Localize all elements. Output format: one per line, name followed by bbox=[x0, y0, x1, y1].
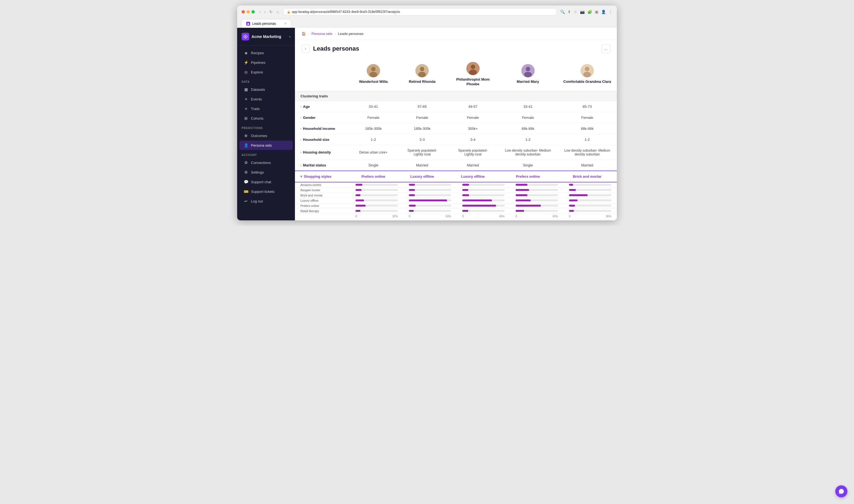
rhonda-income: 185k-300k bbox=[397, 123, 448, 134]
marital-expand-icon[interactable]: › bbox=[301, 164, 301, 167]
scale-clara: 036% bbox=[563, 214, 617, 219]
bar-mary-luxury_offline bbox=[510, 198, 563, 203]
willa-marital: Single bbox=[350, 160, 397, 171]
extensions-icon[interactable]: 🧩 bbox=[587, 10, 592, 14]
screenshot-icon[interactable]: 📷 bbox=[580, 10, 585, 14]
home-button[interactable]: ⌂ bbox=[275, 9, 280, 15]
clara-gender: Female bbox=[558, 112, 617, 123]
income-expand-icon[interactable]: › bbox=[301, 127, 301, 130]
svg-point-15 bbox=[583, 72, 591, 77]
bar-willa-prefers_online bbox=[350, 203, 403, 208]
sidebar-item-log-out[interactable]: ↩ Log out bbox=[239, 196, 293, 206]
gender-expand-icon[interactable]: › bbox=[301, 116, 301, 119]
persona-header-clara: Comfortable Grandma Clara bbox=[558, 57, 617, 91]
trait-column-header bbox=[295, 57, 350, 91]
sidebar-item-support-chat[interactable]: 💬 Support chat bbox=[239, 177, 293, 186]
log-out-icon: ↩ bbox=[244, 199, 248, 203]
household-size-row: › Household size 1-2 2-3 3-4 1-2 1-2 bbox=[295, 134, 617, 145]
bookmark-icon[interactable]: ☆ bbox=[574, 10, 577, 14]
sidebar-item-settings[interactable]: ⚙ Settings bbox=[239, 167, 293, 177]
data-section-label: DATA bbox=[237, 77, 295, 85]
traffic-light-close[interactable] bbox=[241, 10, 245, 14]
browser-tab[interactable]: Leads personas × bbox=[241, 19, 291, 28]
more-options-button[interactable]: ... bbox=[601, 44, 610, 53]
gender-row: › Gender Female Female Female Female Fem… bbox=[295, 112, 617, 123]
recipes-label: Recipes bbox=[251, 51, 264, 55]
persona-sets-breadcrumb[interactable]: Persona sets bbox=[311, 32, 332, 36]
bar-row-retail_therapy: Retail therapy bbox=[295, 208, 617, 214]
tab-close-button[interactable]: × bbox=[285, 22, 286, 25]
sidebar-item-traits[interactable]: ≡ Traits bbox=[239, 104, 293, 113]
bar-charts-section: Amazon-centricBargain hunterBrick and mo… bbox=[295, 182, 617, 219]
bar-mary-brick_mortar bbox=[510, 193, 563, 198]
bar-mary-amazon_centric bbox=[510, 182, 563, 187]
current-breadcrumb: Leads personas bbox=[338, 32, 364, 36]
svg-point-0 bbox=[245, 36, 246, 37]
size-expand-icon[interactable]: › bbox=[301, 138, 301, 141]
window-icon[interactable]: ▣ bbox=[595, 10, 598, 14]
bar-clara-amazon_centric bbox=[563, 182, 617, 187]
page-header: ‹ Leads personas ... bbox=[295, 40, 617, 57]
bar-mary-prefers_online bbox=[510, 203, 563, 208]
url-text: app.faraday.ai/personas/ef986547-8243-4e… bbox=[292, 10, 400, 14]
menu-icon[interactable]: ⋮ bbox=[608, 10, 613, 14]
rhonda-density: Sparsely populated- Lightly rural bbox=[397, 145, 448, 160]
clara-income: 68k-88k bbox=[558, 123, 617, 134]
forward-button[interactable]: › bbox=[263, 9, 267, 15]
datasets-icon: ▦ bbox=[244, 87, 248, 92]
phoebe-size: 3-4 bbox=[448, 134, 498, 145]
sidebar-item-support-tickets[interactable]: 🎫 Support tickets bbox=[239, 187, 293, 196]
svg-point-6 bbox=[418, 72, 426, 77]
sidebar-item-explore[interactable]: ◎ Explore bbox=[239, 67, 293, 77]
traffic-light-minimize[interactable] bbox=[247, 10, 250, 14]
clara-shopping: Brick and mortar bbox=[558, 171, 617, 182]
bar-phoebe-luxury_offline bbox=[457, 198, 510, 203]
brand-icon bbox=[241, 33, 249, 40]
bar-rhonda-prefers_online bbox=[403, 203, 457, 208]
bar-willa-luxury_offline bbox=[350, 198, 403, 203]
profile-icon[interactable]: 👤 bbox=[601, 10, 606, 14]
bar-clara-bargain_hunter bbox=[563, 187, 617, 193]
sidebar-item-cohorts[interactable]: ⊞ Cohorts bbox=[239, 114, 293, 123]
log-out-label: Log out bbox=[251, 199, 263, 203]
shopping-expand-icon[interactable]: ▾ bbox=[301, 175, 302, 178]
share-icon[interactable]: ⬆ bbox=[568, 10, 571, 14]
rhonda-marital: Married bbox=[397, 160, 448, 171]
bar-label-retail_therapy: Retail therapy bbox=[295, 208, 350, 214]
clara-size: 1-2 bbox=[558, 134, 617, 145]
svg-point-2 bbox=[371, 67, 376, 71]
household-size-label: › Household size bbox=[295, 134, 350, 145]
density-expand-icon[interactable]: › bbox=[301, 151, 301, 154]
sidebar-item-connections[interactable]: ⚙ Connections bbox=[239, 158, 293, 167]
sidebar-brand[interactable]: Acme Marketing ▾ bbox=[237, 28, 295, 46]
clara-density: Low density suburban- Medium density sub… bbox=[558, 145, 617, 160]
lock-icon: 🔒 bbox=[287, 11, 290, 14]
support-tickets-icon: 🎫 bbox=[244, 189, 248, 194]
search-icon[interactable]: 🔍 bbox=[560, 10, 565, 14]
mary-density: Low density suburban- Medium density sub… bbox=[498, 145, 558, 160]
page-title: Leads personas bbox=[313, 45, 359, 52]
cohorts-label: Cohorts bbox=[251, 116, 264, 121]
sidebar-item-persona-sets[interactable]: 👤 Persona sets bbox=[239, 141, 293, 150]
sidebar-item-events[interactable]: ≡ Events bbox=[239, 94, 293, 104]
sidebar-item-datasets[interactable]: ▦ Datasets bbox=[239, 85, 293, 94]
svg-point-8 bbox=[471, 65, 475, 69]
sidebar-item-recipes[interactable]: ◈ Recipes bbox=[239, 48, 293, 57]
events-label: Events bbox=[251, 97, 262, 101]
bar-label-brick_mortar: Brick and mortar bbox=[295, 193, 350, 198]
age-expand-icon[interactable]: › bbox=[301, 105, 301, 108]
sidebar: Acme Marketing ▾ ◈ Recipes ⚡ Pipelines ◎… bbox=[237, 28, 295, 220]
address-bar[interactable]: 🔒 app.faraday.ai/personas/ef986547-8243-… bbox=[284, 8, 557, 15]
back-navigation-button[interactable]: ‹ bbox=[302, 44, 310, 53]
traffic-light-maximize[interactable] bbox=[252, 10, 255, 14]
phoebe-shopping: Luxury offline bbox=[448, 171, 498, 182]
persona-name-willa: Wanderlust Willa bbox=[359, 79, 388, 84]
sidebar-item-pipelines[interactable]: ⚡ Pipelines bbox=[239, 58, 293, 67]
avatar-phoebe bbox=[466, 62, 479, 75]
sidebar-item-outcomes[interactable]: ⊕ Outcomes bbox=[239, 131, 293, 140]
scale-rhonda: 093% bbox=[403, 214, 457, 219]
refresh-button[interactable]: ↻ bbox=[268, 9, 274, 15]
bar-rhonda-brick_mortar bbox=[403, 193, 457, 198]
home-breadcrumb[interactable]: 🏠 bbox=[302, 32, 306, 36]
back-button[interactable]: ‹ bbox=[258, 9, 262, 15]
